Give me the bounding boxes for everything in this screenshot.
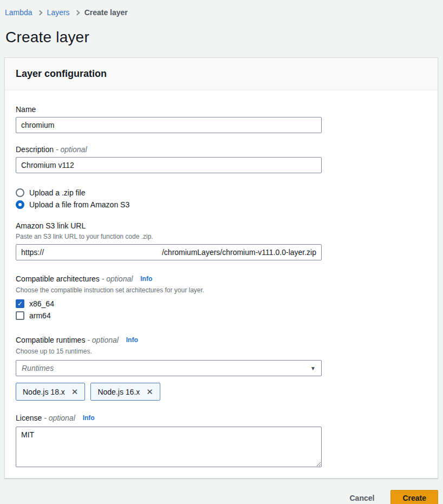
s3-url-suffix: /chromiumLayers/chromium-v111.0.0-layer.… [162, 248, 316, 257]
description-optional-text: - optional [56, 145, 87, 154]
architectures-optional-text: - optional [102, 274, 133, 283]
radio-selected-icon[interactable] [16, 200, 24, 209]
architectures-checkbox-group: ✓ x86_64 arm64 [16, 298, 427, 322]
breadcrumb-link-layers[interactable]: Layers [47, 8, 70, 17]
license-label-text: License [16, 414, 42, 422]
remove-token-icon[interactable]: ✕ [71, 388, 79, 396]
upload-source-radio-group: Upload a .zip file Upload a file from Am… [16, 188, 427, 209]
architectures-label: Compatible architectures - optional Info [16, 273, 427, 285]
license-info-link[interactable]: Info [83, 414, 95, 422]
cancel-button[interactable]: Cancel [347, 490, 376, 504]
panel-header: Layer configuration [5, 58, 438, 90]
runtimes-label-text: Compatible runtimes [16, 336, 85, 344]
architectures-field-group: Compatible architectures - optional Info… [16, 273, 427, 322]
panel-body: Name Description - optional Upload a .zi… [5, 90, 438, 478]
license-textarea[interactable]: MIT [16, 427, 322, 467]
checkbox-row-x86_64[interactable]: ✓ x86_64 [16, 298, 427, 310]
chevron-down-icon: ▼ [310, 365, 316, 371]
description-field-group: Description - optional [16, 144, 427, 173]
checkbox-row-arm64[interactable]: arm64 [16, 310, 427, 322]
layer-configuration-panel: Layer configuration Name Description - o… [4, 57, 438, 479]
runtimes-select[interactable]: Runtimes ▼ [16, 360, 322, 376]
runtimes-token-list: Node.js 18.x ✕ Node.js 16.x ✕ [16, 383, 427, 401]
architectures-info-link[interactable]: Info [140, 275, 152, 283]
runtimes-label: Compatible runtimes - optional Info [16, 335, 427, 346]
checkbox-x86_64-label: x86_64 [29, 299, 54, 308]
runtimes-optional-text: - optional [87, 336, 119, 344]
runtimes-field-group: Compatible runtimes - optional Info Choo… [16, 335, 427, 401]
runtimes-select-placeholder: Runtimes [22, 364, 54, 372]
name-label: Name [16, 104, 427, 115]
runtime-token-label: Node.js 16.x [97, 388, 140, 396]
license-optional-text: - optional [44, 414, 75, 422]
breadcrumb-link-lambda[interactable]: Lambda [5, 8, 32, 17]
name-input[interactable] [16, 117, 322, 133]
radio-upload-s3-label: Upload a file from Amazon S3 [29, 200, 129, 209]
license-label: License - optional Info [16, 413, 427, 424]
s3-url-help-text: Paste an S3 link URL to your function co… [16, 232, 427, 241]
page-title: Create layer [0, 17, 443, 46]
radio-unselected-icon[interactable] [16, 188, 24, 197]
panel-title: Layer configuration [16, 68, 107, 79]
architectures-help-text: Choose the compatible instruction set ar… [16, 286, 427, 294]
runtime-token-nodejs16: Node.js 16.x ✕ [90, 383, 160, 401]
radio-upload-zip[interactable]: Upload a .zip file [16, 188, 427, 197]
checkbox-unchecked-icon[interactable] [16, 311, 24, 320]
breadcrumb: Lambda Layers Create layer [0, 0, 443, 17]
license-field-group: License - optional Info MIT [16, 413, 427, 467]
remove-token-icon[interactable]: ✕ [146, 388, 153, 396]
description-input[interactable] [16, 157, 322, 173]
s3-url-input[interactable]: https:// /chromiumLayers/chromium-v111.0… [16, 244, 322, 260]
s3-url-label: Amazon S3 link URL [16, 220, 427, 231]
checkbox-checked-icon[interactable]: ✓ [16, 299, 24, 308]
radio-upload-zip-label: Upload a .zip file [29, 188, 86, 197]
architectures-label-text: Compatible architectures [16, 274, 100, 283]
s3-url-prefix: https:// [21, 248, 44, 257]
description-label-text: Description [16, 145, 54, 154]
form-actions: Cancel Create [4, 479, 438, 504]
runtime-token-nodejs18: Node.js 18.x ✕ [16, 383, 85, 401]
s3-url-field-group: Amazon S3 link URL Paste an S3 link URL … [16, 220, 427, 260]
radio-upload-s3[interactable]: Upload a file from Amazon S3 [16, 200, 427, 209]
breadcrumb-separator-icon [37, 10, 42, 15]
create-button[interactable]: Create [390, 490, 438, 504]
breadcrumb-separator-icon [74, 10, 80, 15]
description-label: Description - optional [16, 144, 427, 155]
breadcrumb-current: Create layer [84, 8, 128, 17]
name-field-group: Name [16, 104, 427, 133]
runtimes-help-text: Choose up to 15 runtimes. [16, 347, 427, 356]
runtime-token-label: Node.js 18.x [23, 388, 65, 396]
runtimes-info-link[interactable]: Info [126, 336, 138, 344]
checkbox-arm64-label: arm64 [29, 311, 51, 320]
